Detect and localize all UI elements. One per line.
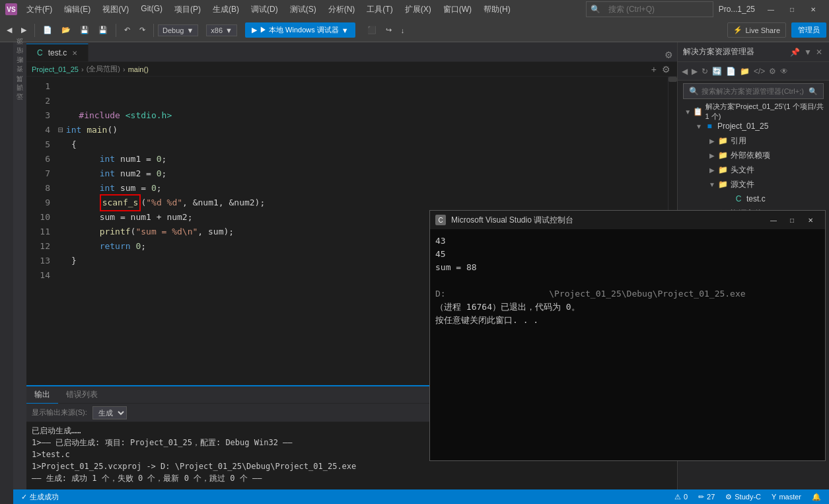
- minimize-button[interactable]: —: [760, 0, 781, 18]
- menu-git[interactable]: Git(G): [135, 1, 168, 18]
- liveshare-button[interactable]: ⚡ Live Share: [727, 22, 786, 38]
- tree-expand-ref[interactable]: ▶: [707, 135, 717, 146]
- tree-source-files[interactable]: ▼ 📁 源文件: [678, 177, 829, 192]
- se-search-box[interactable]: 🔍 🔍: [683, 83, 824, 99]
- status-branch[interactable]: ⚙ Study-C: [723, 493, 764, 501]
- save-button[interactable]: 💾: [76, 23, 93, 37]
- tree-test-c[interactable]: C test.c: [678, 192, 829, 206]
- tree-expand-source[interactable]: ▼: [707, 179, 717, 190]
- tab-errors[interactable]: 错误列表: [58, 386, 106, 404]
- se-preview-button[interactable]: 👁: [779, 65, 789, 77]
- status-git[interactable]: Y master: [769, 493, 804, 501]
- breadcrumb-func[interactable]: main(): [128, 65, 149, 73]
- output-line-5: —— 生成: 成功 1 个，失败 0 个，最新 0 个，跳过 0 个 ——: [32, 472, 672, 484]
- se-close-button[interactable]: ✕: [814, 46, 824, 58]
- status-notification-icon[interactable]: 🔔: [809, 493, 824, 501]
- debug-config-dropdown[interactable]: Debug ▼: [158, 24, 198, 36]
- line-num-5: 5: [29, 137, 50, 152]
- code-line-1: [58, 79, 668, 94]
- status-build-success[interactable]: ✓ 生成成功: [18, 492, 61, 502]
- dc-maximize-button[interactable]: □: [783, 211, 801, 229]
- se-dropdown-button[interactable]: ▼: [803, 46, 813, 58]
- tree-expand-headers[interactable]: ▶: [707, 164, 717, 175]
- scroll-thumb[interactable]: [668, 77, 677, 82]
- tab-close-button[interactable]: ✕: [72, 50, 77, 57]
- source-label: 显示输出来源(S):: [32, 408, 87, 417]
- add-line-button[interactable]: +: [650, 63, 658, 76]
- activity-props[interactable]: 属: [15, 85, 24, 90]
- se-back-button[interactable]: ◀: [680, 65, 689, 77]
- run-debug-button[interactable]: ▶ ▶ 本地 Windows 调试器 ▼: [245, 22, 355, 38]
- se-search-input[interactable]: [702, 87, 806, 95]
- se-sync-button[interactable]: ↻: [700, 65, 709, 77]
- collapse-icon-4[interactable]: ⊟: [58, 123, 63, 137]
- status-errors[interactable]: ⚠ 0: [672, 493, 690, 501]
- status-warnings[interactable]: ✏ 27: [696, 493, 717, 501]
- menu-help[interactable]: 帮助(H): [478, 1, 516, 18]
- tree-header-files[interactable]: ▶ 📁 头文件: [678, 162, 829, 177]
- tree-expand-ext[interactable]: ▶: [707, 150, 717, 161]
- menu-view[interactable]: 视图(V): [97, 1, 134, 18]
- search-container[interactable]: 🔍: [586, 1, 713, 17]
- activity-resources[interactable]: 资: [15, 75, 24, 81]
- menu-build[interactable]: 生成(B): [207, 1, 244, 18]
- menu-project[interactable]: 项目(P): [169, 1, 206, 18]
- breakpoint-button[interactable]: ⬛: [363, 23, 380, 37]
- activity-remote[interactable]: 远: [15, 103, 24, 108]
- menu-tools[interactable]: 工具(T): [361, 1, 398, 18]
- tree-expand-solution[interactable]: ▼: [683, 106, 693, 117]
- menu-extensions[interactable]: 扩展(X): [400, 1, 437, 18]
- dc-minimize-button[interactable]: —: [764, 211, 783, 229]
- menu-file[interactable]: 文件(F): [21, 1, 57, 18]
- tree-external-deps[interactable]: ▶ 📁 外部依赖项: [678, 148, 829, 162]
- se-header-actions: 📌 ▼ ✕: [789, 46, 824, 58]
- activity-debug[interactable]: 调: [15, 94, 24, 99]
- line-num-13: 13: [29, 254, 50, 268]
- include-file: <stdio.h>: [126, 108, 172, 123]
- admin-button[interactable]: 管理员: [791, 22, 826, 38]
- activity-zoom[interactable]: 缩: [15, 57, 24, 62]
- tab-test-c[interactable]: C test.c ✕: [26, 44, 89, 61]
- se-pin-button[interactable]: 📌: [789, 46, 801, 58]
- close-button[interactable]: ✕: [803, 0, 824, 18]
- step-over-button[interactable]: ↪: [382, 23, 396, 37]
- tree-solution[interactable]: ▼ 📋 解决方案'Project_01_25'(1 个项目/共 1 个): [678, 104, 829, 119]
- se-properties-button[interactable]: ⚙: [768, 65, 777, 77]
- undo-button[interactable]: ↶: [120, 23, 134, 37]
- platform-dropdown[interactable]: x86 ▼: [206, 24, 237, 36]
- step-into-button[interactable]: ↓: [397, 24, 409, 37]
- redo-button[interactable]: ↷: [135, 23, 149, 37]
- se-new-folder-button[interactable]: 📁: [739, 65, 751, 77]
- se-new-file-button[interactable]: 📄: [725, 65, 737, 77]
- breadcrumb-scope[interactable]: (全局范围): [87, 64, 120, 74]
- tree-expand-project[interactable]: ▼: [694, 121, 704, 131]
- breadcrumb-project[interactable]: Project_01_25: [32, 65, 79, 73]
- se-refresh-button[interactable]: 🔄: [711, 65, 723, 77]
- menu-debug[interactable]: 调试(D): [246, 1, 283, 18]
- dc-close-button[interactable]: ✕: [801, 211, 820, 229]
- menu-edit[interactable]: 编辑(E): [59, 1, 96, 18]
- open-button[interactable]: 📂: [57, 23, 75, 37]
- forward-button[interactable]: ▶: [17, 23, 30, 37]
- global-search-input[interactable]: [603, 3, 709, 15]
- maximize-button[interactable]: □: [781, 0, 803, 18]
- int-keyword-num2: int: [100, 166, 115, 181]
- activity-explore[interactable]: 源: [15, 48, 24, 53]
- toolbar-separator-1: [34, 24, 35, 37]
- menu-window[interactable]: 窗口(W): [438, 1, 477, 18]
- editor-settings-button[interactable]: ⚙: [661, 63, 672, 76]
- menu-test[interactable]: 测试(S): [285, 1, 322, 18]
- toolbar-right: ⚡ Live Share 管理员: [727, 22, 826, 38]
- output-source-select[interactable]: 生成: [92, 406, 127, 419]
- menu-analyze[interactable]: 分析(N): [323, 1, 361, 18]
- new-vertical-tab-button[interactable]: ⚙: [663, 48, 674, 61]
- tree-references[interactable]: ▶ 📁 引用: [678, 133, 829, 148]
- se-show-all-button[interactable]: </>: [752, 65, 766, 77]
- save-all-button[interactable]: 💾: [94, 23, 112, 37]
- activity-breakpoints[interactable]: 断: [15, 66, 24, 71]
- new-project-button[interactable]: 📄: [39, 23, 56, 37]
- back-button[interactable]: ◀: [3, 23, 16, 37]
- tab-output[interactable]: 输出: [26, 386, 58, 404]
- branch-name: Study-C: [735, 493, 761, 501]
- se-forward-button[interactable]: ▶: [690, 65, 699, 77]
